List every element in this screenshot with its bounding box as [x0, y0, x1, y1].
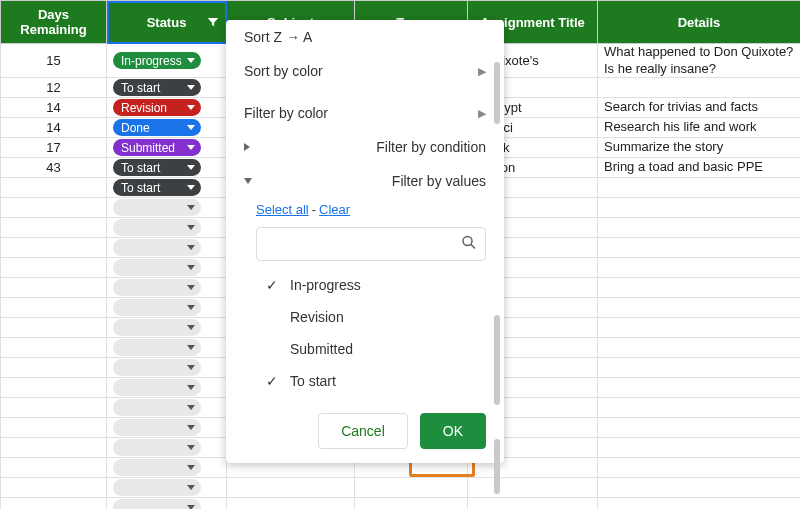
cell-status[interactable]: To start: [107, 78, 227, 98]
cell-days[interactable]: 14: [1, 98, 107, 118]
cell-status[interactable]: [107, 438, 227, 458]
cell-days[interactable]: 15: [1, 44, 107, 78]
cell-details[interactable]: [598, 338, 801, 358]
filter-value-item[interactable]: Revision: [256, 301, 486, 333]
table-row[interactable]: [1, 498, 801, 510]
cell-details[interactable]: [598, 78, 801, 98]
menu-filter-by-color[interactable]: Filter by color ▶: [226, 96, 504, 130]
status-chip[interactable]: To start: [113, 159, 201, 176]
status-chip-empty[interactable]: [113, 419, 201, 436]
status-chip-empty[interactable]: [113, 399, 201, 416]
cell-days[interactable]: [1, 378, 107, 398]
cell-details[interactable]: [598, 278, 801, 298]
cell-days[interactable]: [1, 418, 107, 438]
cell-details[interactable]: [598, 238, 801, 258]
cell-days[interactable]: 14: [1, 118, 107, 138]
cell-days[interactable]: 43: [1, 158, 107, 178]
status-chip[interactable]: To start: [113, 79, 201, 96]
cell-status[interactable]: In-progress: [107, 44, 227, 78]
cell-status[interactable]: Submitted: [107, 138, 227, 158]
menu-filter-by-condition[interactable]: Filter by condition: [226, 130, 504, 164]
col-header-details[interactable]: Details: [598, 1, 801, 44]
cell-details[interactable]: [598, 438, 801, 458]
status-chip-empty[interactable]: [113, 239, 201, 256]
cell-days[interactable]: 12: [1, 78, 107, 98]
cell-details[interactable]: [598, 298, 801, 318]
cell-details[interactable]: [598, 398, 801, 418]
filter-search-input[interactable]: [256, 227, 486, 261]
cell-details[interactable]: [598, 218, 801, 238]
status-chip-empty[interactable]: [113, 499, 201, 509]
select-all-link[interactable]: Select all: [256, 202, 309, 217]
filter-icon[interactable]: [206, 15, 220, 29]
cell-status[interactable]: [107, 318, 227, 338]
cell-days[interactable]: [1, 218, 107, 238]
cell-details[interactable]: [598, 418, 801, 438]
status-chip-empty[interactable]: [113, 479, 201, 496]
status-chip-empty[interactable]: [113, 199, 201, 216]
col-header-status[interactable]: Status: [107, 1, 227, 44]
cell-status[interactable]: To start: [107, 178, 227, 198]
cell-details[interactable]: [598, 458, 801, 478]
cell-days[interactable]: [1, 438, 107, 458]
cell-status[interactable]: [107, 498, 227, 510]
status-chip[interactable]: Revision: [113, 99, 201, 116]
cell-status[interactable]: [107, 238, 227, 258]
status-chip-empty[interactable]: [113, 219, 201, 236]
cell-days[interactable]: [1, 498, 107, 510]
cell-status[interactable]: [107, 298, 227, 318]
cell-details[interactable]: What happened to Don Quixote? Is he real…: [598, 44, 801, 78]
cell-details[interactable]: Bring a toad and basic PPE: [598, 158, 801, 178]
clear-link[interactable]: Clear: [319, 202, 350, 217]
cell-status[interactable]: Revision: [107, 98, 227, 118]
cell-days[interactable]: [1, 398, 107, 418]
cell-status[interactable]: [107, 278, 227, 298]
cell-days[interactable]: [1, 278, 107, 298]
scrollbar-thumb[interactable]: [494, 62, 500, 124]
status-chip-empty[interactable]: [113, 339, 201, 356]
cell-details[interactable]: [598, 498, 801, 510]
menu-sort-by-color[interactable]: Sort by color ▶: [226, 54, 504, 88]
ok-button[interactable]: OK: [420, 413, 486, 449]
cell-assignment[interactable]: [468, 498, 598, 510]
cell-status[interactable]: [107, 458, 227, 478]
cell-type[interactable]: [355, 498, 468, 510]
cell-details[interactable]: [598, 258, 801, 278]
cell-days[interactable]: [1, 458, 107, 478]
cell-days[interactable]: [1, 178, 107, 198]
cell-days[interactable]: [1, 478, 107, 498]
status-chip-empty[interactable]: [113, 279, 201, 296]
cell-subject[interactable]: [227, 478, 355, 498]
status-chip[interactable]: Submitted: [113, 139, 201, 156]
cell-status[interactable]: [107, 358, 227, 378]
cell-details[interactable]: [598, 178, 801, 198]
cell-status[interactable]: [107, 258, 227, 278]
status-chip[interactable]: To start: [113, 179, 201, 196]
cell-days[interactable]: [1, 198, 107, 218]
filter-value-item[interactable]: ✓To start: [256, 365, 486, 397]
cell-assignment[interactable]: [468, 478, 598, 498]
cell-status[interactable]: [107, 418, 227, 438]
cell-days[interactable]: [1, 358, 107, 378]
scrollbar-thumb[interactable]: [494, 439, 500, 494]
status-chip-empty[interactable]: [113, 379, 201, 396]
cell-status[interactable]: [107, 338, 227, 358]
cell-days[interactable]: [1, 298, 107, 318]
filter-value-item[interactable]: Submitted: [256, 333, 486, 365]
cell-days[interactable]: [1, 258, 107, 278]
cell-status[interactable]: To start: [107, 158, 227, 178]
scrollbar-thumb[interactable]: [494, 315, 500, 405]
cell-days[interactable]: [1, 238, 107, 258]
status-chip-empty[interactable]: [113, 459, 201, 476]
cell-subject[interactable]: [227, 498, 355, 510]
menu-sort-za[interactable]: Sort Z → A: [226, 20, 504, 54]
cell-details[interactable]: [598, 478, 801, 498]
cell-status[interactable]: [107, 478, 227, 498]
status-chip[interactable]: Done: [113, 119, 201, 136]
cell-days[interactable]: 17: [1, 138, 107, 158]
cell-details[interactable]: Research his life and work: [598, 118, 801, 138]
cell-details[interactable]: [598, 378, 801, 398]
cell-days[interactable]: [1, 338, 107, 358]
col-header-days[interactable]: Days Remaining: [1, 1, 107, 44]
cell-details[interactable]: [598, 318, 801, 338]
